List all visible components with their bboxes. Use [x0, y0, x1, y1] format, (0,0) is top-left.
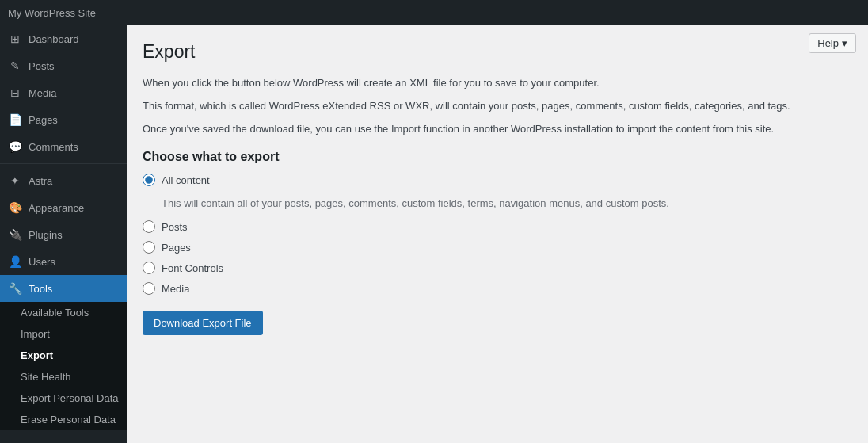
radio-input-font-controls[interactable] — [143, 262, 155, 274]
tools-submenu: Available Tools Import Export Site Healt… — [0, 302, 127, 430]
submenu-import[interactable]: Import — [0, 323, 127, 345]
sidebar-item-users[interactable]: 👤 Users — [0, 248, 127, 275]
top-bar: My WordPress Site — [0, 0, 868, 25]
radio-all-content[interactable]: All content — [143, 174, 824, 186]
radio-label-posts: Posts — [162, 221, 188, 233]
radio-posts[interactable]: Posts — [143, 220, 824, 233]
radio-input-posts[interactable] — [143, 220, 155, 233]
all-content-hint: This will contain all of your posts, pag… — [162, 197, 824, 209]
sidebar-item-label: Comments — [29, 141, 78, 153]
sidebar-item-label: Pages — [29, 114, 58, 126]
export-options: All content This will contain all of you… — [143, 174, 824, 295]
radio-label-all-content: All content — [162, 174, 210, 186]
sidebar-item-media[interactable]: ⊟ Media — [0, 79, 127, 106]
top-bar-title: My WordPress Site — [8, 7, 96, 19]
submenu-available-tools[interactable]: Available Tools — [0, 302, 127, 323]
radio-input-all-content[interactable] — [143, 174, 155, 186]
main-layout: ⊞ Dashboard ✎ Posts ⊟ Media 📄 Pages 💬 Co… — [0, 25, 868, 443]
posts-icon: ✎ — [8, 59, 22, 73]
sidebar-item-label: Users — [29, 256, 55, 268]
submenu-export-personal-data[interactable]: Export Personal Data — [0, 388, 127, 409]
page-title: Export — [143, 41, 824, 63]
section-heading: Choose what to export — [143, 150, 824, 164]
sidebar-item-plugins[interactable]: 🔌 Plugins — [0, 221, 127, 248]
sidebar-item-label: Appearance — [29, 202, 84, 214]
sidebar-item-label: Plugins — [29, 229, 63, 241]
submenu-site-health[interactable]: Site Health — [0, 366, 127, 388]
sidebar-item-label: Astra — [29, 175, 52, 187]
sidebar-item-astra[interactable]: ✦ Astra — [0, 167, 127, 194]
sidebar-item-pages[interactable]: 📄 Pages — [0, 106, 127, 133]
download-export-button[interactable]: Download Export File — [143, 311, 263, 335]
sidebar-item-label: Tools — [29, 283, 52, 295]
plugins-icon: 🔌 — [8, 227, 22, 242]
description-3: Once you've saved the download file, you… — [143, 121, 824, 138]
sidebar-item-tools[interactable]: 🔧 Tools — [0, 275, 127, 302]
radio-font-controls[interactable]: Font Controls — [143, 262, 824, 274]
sidebar-item-posts[interactable]: ✎ Posts — [0, 52, 127, 79]
radio-label-media: Media — [162, 283, 189, 295]
description-2: This format, which is called WordPress e… — [143, 98, 824, 115]
sidebar-item-comments[interactable]: 💬 Comments — [0, 133, 127, 160]
sidebar-item-label: Dashboard — [29, 33, 79, 45]
radio-label-pages: Pages — [162, 242, 191, 254]
description-1: When you click the button below WordPres… — [143, 75, 824, 92]
sidebar-divider — [0, 163, 127, 164]
sidebar-item-label: Posts — [29, 60, 55, 72]
sidebar-item-appearance[interactable]: 🎨 Appearance — [0, 194, 127, 221]
help-label: Help — [817, 37, 839, 49]
submenu-export[interactable]: Export — [0, 345, 127, 366]
content-inner: Export When you click the button below W… — [127, 25, 839, 351]
pages-icon: 📄 — [8, 113, 22, 127]
sidebar: ⊞ Dashboard ✎ Posts ⊟ Media 📄 Pages 💬 Co… — [0, 25, 127, 443]
appearance-icon: 🎨 — [8, 200, 22, 215]
media-icon: ⊟ — [8, 86, 22, 100]
dashboard-icon: ⊞ — [8, 32, 22, 46]
radio-media[interactable]: Media — [143, 282, 824, 295]
radio-input-media[interactable] — [143, 282, 155, 295]
radio-input-pages[interactable] — [143, 241, 155, 254]
astra-icon: ✦ — [8, 174, 22, 188]
submenu-erase-personal-data[interactable]: Erase Personal Data — [0, 409, 127, 430]
sidebar-item-dashboard[interactable]: ⊞ Dashboard — [0, 25, 127, 52]
radio-label-font-controls: Font Controls — [162, 262, 223, 274]
radio-pages[interactable]: Pages — [143, 241, 824, 254]
tools-icon: 🔧 — [8, 281, 22, 296]
help-button[interactable]: Help ▾ — [809, 33, 856, 53]
sidebar-item-label: Media — [29, 87, 56, 99]
comments-icon: 💬 — [8, 139, 22, 154]
content-area: Help ▾ Export When you click the button … — [127, 25, 868, 443]
chevron-down-icon: ▾ — [842, 37, 847, 49]
users-icon: 👤 — [8, 254, 22, 269]
